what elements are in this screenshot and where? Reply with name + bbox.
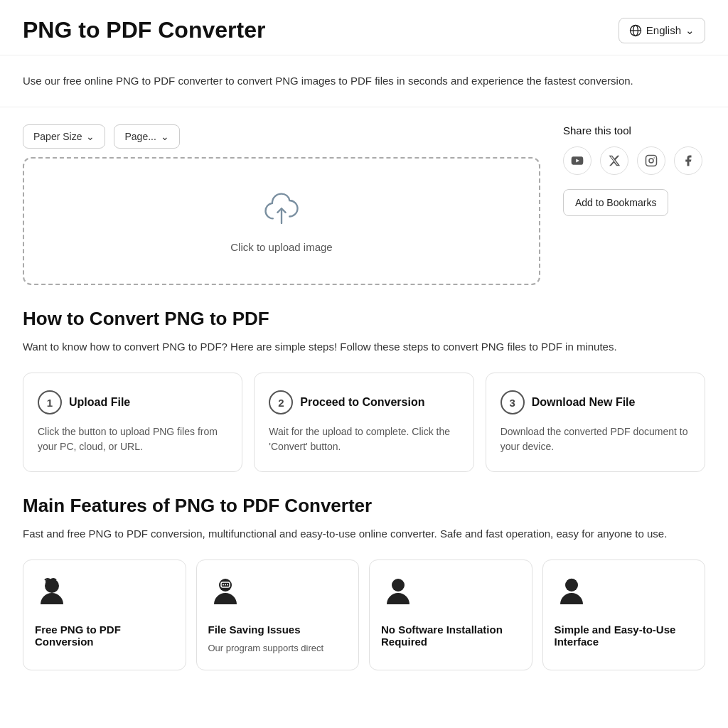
step-desc-1: Click the button to upload PNG files fro…: [38, 424, 228, 454]
step-title-1: Upload File: [69, 396, 130, 409]
svg-point-5: [649, 159, 653, 163]
page-title: PNG to PDF Converter: [23, 17, 265, 43]
converter-section: Paper Size ⌄ Page... ⌄ Click to upload i…: [0, 124, 728, 308]
upload-area: Paper Size ⌄ Page... ⌄ Click to upload i…: [23, 124, 540, 285]
social-icons-row: [563, 146, 705, 175]
page-label: Page...: [124, 131, 156, 142]
step-number-1: 1: [38, 390, 62, 414]
feature-card-3: No Software Installation Required: [369, 560, 532, 670]
x-twitter-icon[interactable]: [600, 146, 628, 175]
feature-desc-2: Our program supports direct: [208, 641, 348, 655]
youtube-icon[interactable]: [563, 146, 592, 175]
step-header-3: 3 Download New File: [500, 390, 690, 414]
feature-title-4: Simple and Easy-to-Use Interface: [555, 623, 694, 648]
share-sidebar: Share this tool: [563, 124, 705, 216]
feature-card-4: Simple and Easy-to-Use Interface: [542, 560, 706, 670]
svg-rect-4: [646, 156, 657, 166]
step-title-2: Proceed to Conversion: [300, 396, 424, 409]
feature-icon-4: [555, 574, 694, 615]
language-label: English: [646, 24, 681, 36]
header: PNG to PDF Converter English ⌄: [0, 0, 728, 55]
step-header-2: 2 Proceed to Conversion: [269, 390, 459, 414]
bookmark-button[interactable]: Add to Bookmarks: [563, 189, 668, 216]
step-card-3: 3 Download New File Download the convert…: [486, 373, 705, 472]
how-to-section: How to Convert PNG to PDF Want to know h…: [0, 308, 728, 495]
language-selector[interactable]: English ⌄: [619, 18, 705, 43]
step-desc-2: Wait for the upload to complete. Click t…: [269, 424, 459, 454]
how-to-desc: Want to know how to convert PNG to PDF? …: [23, 338, 705, 355]
cloud-upload-icon: [260, 190, 303, 232]
step-number-3: 3: [500, 390, 525, 414]
page-chevron: ⌄: [161, 131, 169, 142]
paper-size-chevron: ⌄: [86, 131, 95, 142]
step-title-3: Download New File: [532, 396, 636, 409]
upload-text: Click to upload image: [230, 241, 332, 253]
upload-dropzone[interactable]: Click to upload image: [23, 157, 540, 285]
feature-icon-2: [208, 574, 348, 615]
instagram-icon[interactable]: [637, 146, 665, 175]
features-desc: Fast and free PNG to PDF conversion, mul…: [23, 525, 705, 542]
facebook-icon[interactable]: [674, 146, 702, 175]
globe-icon: [629, 24, 642, 37]
svg-point-8: [46, 579, 50, 584]
how-to-title: How to Convert PNG to PDF: [23, 308, 705, 330]
features-section: Main Features of PNG to PDF Converter Fa…: [0, 495, 728, 693]
step-card-1: 1 Upload File Click the button to upload…: [23, 373, 242, 472]
feature-card-1: Free PNG to PDF Conversion: [23, 560, 186, 670]
features-title: Main Features of PNG to PDF Converter: [23, 495, 705, 517]
step-number-2: 2: [269, 390, 293, 414]
page-dropdown[interactable]: Page... ⌄: [114, 124, 179, 149]
paper-size-label: Paper Size: [33, 131, 82, 142]
header-divider: [0, 55, 728, 55]
step-card-2: 2 Proceed to Conversion Wait for the upl…: [254, 373, 473, 472]
subtitle-divider: [0, 107, 728, 107]
svg-point-11: [223, 584, 224, 586]
chevron-down-icon: ⌄: [685, 24, 695, 37]
feature-title-3: No Software Installation Required: [381, 623, 520, 648]
page-subtitle: Use our free online PNG to PDF converter…: [0, 73, 728, 107]
step-header-1: 1 Upload File: [38, 390, 228, 414]
svg-point-12: [225, 584, 226, 586]
features-grid: Free PNG to PDF Conversion File Saving I…: [23, 560, 705, 670]
steps-grid: 1 Upload File Click the button to upload…: [23, 373, 705, 472]
feature-title-1: Free PNG to PDF Conversion: [35, 623, 174, 648]
svg-point-6: [653, 157, 655, 159]
feature-icon-3: [381, 574, 520, 615]
share-label: Share this tool: [563, 124, 705, 136]
feature-card-2: File Saving Issues Our program supports …: [196, 560, 360, 670]
paper-size-dropdown[interactable]: Paper Size ⌄: [23, 124, 105, 149]
feature-title-2: File Saving Issues: [208, 623, 348, 636]
dropdowns-row: Paper Size ⌄ Page... ⌄: [23, 124, 540, 149]
svg-point-13: [227, 584, 228, 586]
feature-icon-1: [35, 574, 174, 615]
step-desc-3: Download the converted PDF document to y…: [500, 424, 690, 454]
